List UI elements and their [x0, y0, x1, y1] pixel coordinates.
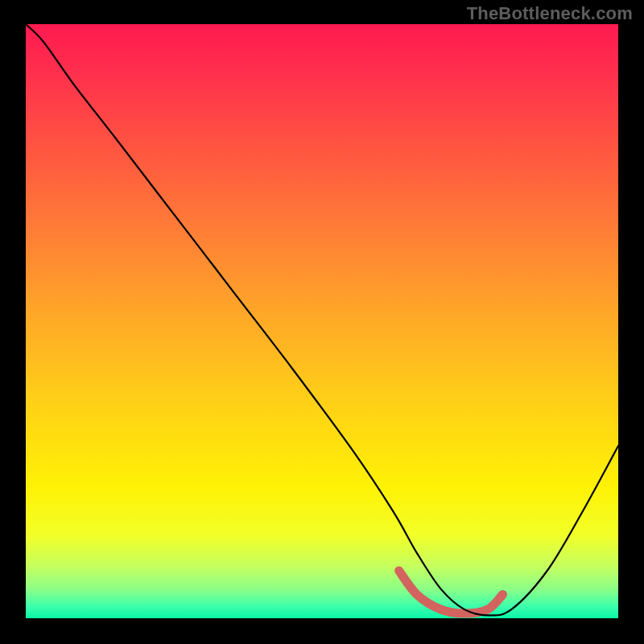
- chart-frame: TheBottleneck.com: [0, 0, 644, 644]
- curve-svg: [26, 24, 618, 618]
- bottleneck-curve: [26, 24, 618, 615]
- watermark-text: TheBottleneck.com: [467, 3, 633, 24]
- highlight-segment: [399, 571, 503, 613]
- plot-area: [26, 24, 618, 618]
